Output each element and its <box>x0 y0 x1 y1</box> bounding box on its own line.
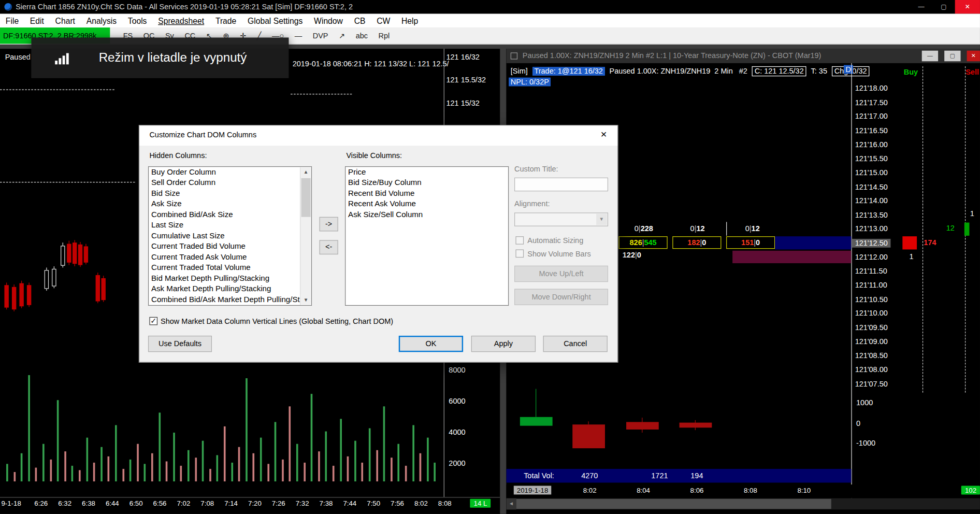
alignment-select[interactable]: ▼ <box>514 212 608 226</box>
price-row[interactable]: 121'15.50 <box>855 152 930 166</box>
hidden-column-item[interactable]: Bid Market Depth Pulling/Stacking <box>149 273 311 284</box>
price-row[interactable]: 121'15.00 <box>855 166 930 180</box>
visible-column-item[interactable]: Price <box>345 167 508 178</box>
horizontal-line-tool-icon[interactable]: — <box>292 30 306 41</box>
notification-toast[interactable]: Režim v lietadle je vypnutý <box>31 37 289 78</box>
menu-analysis[interactable]: Analysis <box>81 14 122 27</box>
price-row[interactable]: 121'10.50 <box>855 292 930 306</box>
vertical-lines-checkbox[interactable]: ✓ <box>149 317 157 325</box>
price-row[interactable]: 121'17.00 <box>855 109 930 123</box>
hidden-column-item[interactable]: Combined Bid/Ask Market Depth Pulling/St… <box>149 294 311 305</box>
horizontal-scrollbar[interactable]: ◄ <box>506 498 980 510</box>
visible-column-item[interactable]: Recent Bid Volume <box>345 188 508 199</box>
hidden-column-item[interactable]: Buy Order Column <box>149 167 311 178</box>
text-tool-button[interactable]: abc <box>353 30 371 41</box>
close-button[interactable]: ✕ <box>955 0 980 14</box>
time-label: 9-1-18 <box>1 499 21 507</box>
price-row[interactable]: 121'16.50 <box>855 123 930 137</box>
panel-maximize-button[interactable]: ▢ <box>944 51 960 62</box>
hidden-column-item[interactable]: Ask Market Depth Pulling/Stacking <box>149 284 311 295</box>
hidden-column-item[interactable]: Cumulative Last Size <box>149 231 311 241</box>
menu-help[interactable]: Help <box>396 14 424 27</box>
price-row[interactable]: 121'12.00 <box>855 250 930 264</box>
menu-edit[interactable]: Edit <box>24 14 50 27</box>
automatic-sizing-checkbox[interactable] <box>515 236 524 245</box>
price-label: 121'10.50 <box>855 295 888 304</box>
hidden-column-item[interactable]: Current Traded Total Volume <box>149 263 311 274</box>
menu-chart[interactable]: Chart <box>50 14 81 27</box>
scroll-up-icon[interactable]: ▲ <box>300 167 311 178</box>
menu-tools[interactable]: Tools <box>122 14 152 27</box>
hidden-column-item[interactable]: Ask Size <box>149 199 311 210</box>
scrollbar-thumb[interactable] <box>301 178 311 217</box>
hidden-column-item[interactable]: Bid Size <box>149 188 311 199</box>
toolbar-rpl-button[interactable]: Rpl <box>376 30 393 41</box>
hidden-columns-listbox[interactable]: Buy Order ColumnSell Order ColumnBid Siz… <box>148 166 312 306</box>
menu-file[interactable]: File <box>0 14 24 27</box>
menu-window[interactable]: Window <box>308 14 349 27</box>
price-row[interactable]: 121'08.50 <box>855 349 930 363</box>
dialog-title-bar[interactable]: Customize Chart DOM Columns ✕ <box>139 126 617 146</box>
dialog-close-icon[interactable]: ✕ <box>590 126 617 145</box>
price-row[interactable]: 121'14.00 <box>855 194 930 208</box>
volume-bar <box>57 400 59 481</box>
visible-column-item[interactable]: Bid Size/Buy Column <box>345 178 508 189</box>
move-to-visible-button[interactable]: -> <box>320 217 338 232</box>
hidden-column-item[interactable]: Combined Bid/Ask Size <box>149 209 311 220</box>
automatic-sizing-label: Automatic Sizing <box>527 236 583 245</box>
price-row[interactable]: 121'13.00 <box>855 222 930 236</box>
bid-size-cell: 122|0 <box>623 251 641 260</box>
use-defaults-button[interactable]: Use Defaults <box>148 336 212 352</box>
minimize-button[interactable]: — <box>910 0 932 14</box>
hidden-column-item[interactable]: Current Traded Bid Volume <box>149 241 311 252</box>
menu-cw[interactable]: CW <box>371 14 396 27</box>
menu-cb[interactable]: CB <box>349 14 371 27</box>
panel-title-bar[interactable]: Paused 1.00X: ZNH19/ZNH19 2 Min #2 L:1 |… <box>506 49 980 63</box>
price-row[interactable]: 121'17.50 <box>855 95 930 109</box>
scroll-left-arrow-icon[interactable]: ◄ <box>506 498 516 510</box>
price-row[interactable]: 121'07.50 <box>855 377 930 391</box>
panel-minimize-button[interactable]: — <box>922 51 938 62</box>
hidden-column-item[interactable]: Sell Order Column <box>149 178 311 189</box>
scroll-down-icon[interactable]: ▼ <box>300 294 311 305</box>
price-row[interactable]: 121'16.00 <box>855 137 930 151</box>
menu-global-settings[interactable]: Global Settings <box>242 14 308 27</box>
show-volume-bars-checkbox[interactable] <box>515 249 524 258</box>
ok-button[interactable]: OK <box>399 336 463 352</box>
apply-button[interactable]: Apply <box>471 336 536 352</box>
price-row[interactable]: 121'11.50 <box>855 264 930 278</box>
visible-column-item[interactable]: Ask Size/Sell Column <box>345 209 508 220</box>
price-row[interactable]: 121'13.50 <box>855 208 930 222</box>
menu-trade[interactable]: Trade <box>210 14 242 27</box>
price-row[interactable]: 121'09.50 <box>855 320 930 334</box>
price-row[interactable]: 121'12.50 <box>855 236 930 250</box>
price-row[interactable]: 121'10.00 <box>855 306 930 320</box>
move-to-hidden-button[interactable]: <- <box>320 240 338 254</box>
maximize-button[interactable]: ▢ <box>932 0 955 14</box>
arrow-tool-icon[interactable]: ↗ <box>336 30 348 41</box>
price-row[interactable]: 121'08.00 <box>855 363 930 377</box>
custom-title-input[interactable] <box>514 178 608 192</box>
scrollbar-thumb[interactable] <box>516 499 831 509</box>
list-scrollbar[interactable]: ▲ ▼ <box>300 167 311 305</box>
price-row[interactable]: 121'09.00 <box>855 335 930 349</box>
price-row[interactable]: 121'14.50 <box>855 180 930 194</box>
sierra-chart-app-icon <box>4 3 11 10</box>
visible-column-item[interactable]: Recent Ask Volume <box>345 199 508 210</box>
move-up-left-button[interactable]: Move Up/Left <box>514 266 608 282</box>
custom-title-label: Custom Title: <box>514 164 558 173</box>
menu-spreadsheet[interactable]: Spreadsheet <box>152 14 210 27</box>
price-row[interactable]: 121'18.00 <box>855 81 930 95</box>
toolbar-dvp-button[interactable]: DVP <box>310 30 332 41</box>
hidden-column-item[interactable]: Current Traded Ask Volume <box>149 252 311 263</box>
volume-bar <box>420 453 422 481</box>
hidden-column-item[interactable]: Last Size <box>149 220 311 231</box>
visible-columns-listbox[interactable]: PriceBid Size/Buy ColumnRecent Bid Volum… <box>345 166 509 306</box>
panel-close-button[interactable]: ✕ <box>967 51 980 62</box>
move-down-right-button[interactable]: Move Down/Right <box>514 289 608 305</box>
time-axis[interactable]: 9-1-186:266:326:386:446:506:567:027:087:… <box>0 497 500 510</box>
price-row[interactable]: 121'11.00 <box>855 278 930 292</box>
cancel-button[interactable]: Cancel <box>543 336 608 352</box>
dom-time-axis[interactable]: 2019-1-18 8:028:048:068:088:10 102 <box>506 484 980 498</box>
date-label: 2019-1-18 <box>514 486 552 495</box>
